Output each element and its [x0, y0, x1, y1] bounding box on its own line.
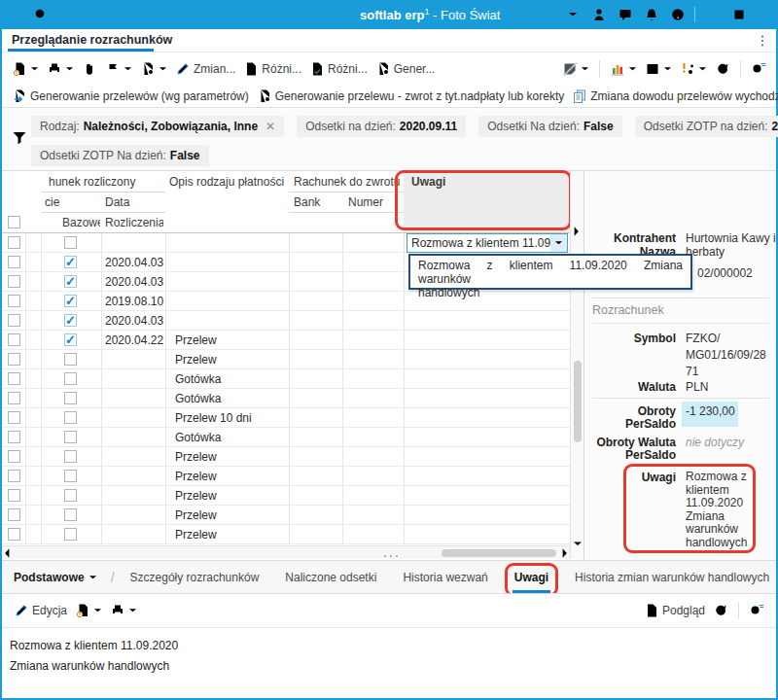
chart-button[interactable] — [606, 58, 641, 80]
bazowe-checkbox[interactable]: ✓ — [64, 256, 77, 268]
generowanie-button[interactable]: Gener... — [371, 58, 440, 80]
table-row[interactable]: Przelew — [2, 350, 570, 369]
doc-info-button[interactable] — [8, 58, 43, 80]
generowanie-przelewu-zwrot-button[interactable]: Generowanie przelewu - zwrot z tyt.nadpł… — [253, 86, 568, 107]
edycja-button[interactable]: Edycja — [10, 600, 71, 621]
table-row[interactable]: Przelew — [2, 467, 570, 486]
bazowe-checkbox[interactable] — [64, 431, 77, 443]
scroll-down-icon[interactable] — [573, 541, 583, 547]
row-select-checkbox[interactable] — [8, 353, 20, 366]
column-header-bank[interactable]: Bank — [294, 195, 338, 209]
tab-naliczone-odsetki[interactable]: Naliczone odsetki — [285, 571, 376, 584]
tab-overflow-menu-icon[interactable] — [755, 33, 770, 49]
module-tab-przegladanie[interactable]: Przeglądanie rozrachunków — [12, 33, 172, 47]
row-select-checkbox[interactable] — [8, 489, 20, 502]
settings-warning-button[interactable] — [676, 58, 711, 80]
select-all-checkbox[interactable] — [8, 216, 20, 228]
help-icon[interactable] — [664, 0, 690, 29]
filter-chip-odsetki-nadzien-false[interactable]: Odsetki Na dzień:False — [478, 116, 621, 137]
table-row[interactable]: Przelew — [2, 525, 570, 544]
bazowe-checkbox[interactable] — [64, 372, 77, 385]
row-select-checkbox[interactable] — [8, 450, 20, 463]
bazowe-checkbox[interactable]: ✓ — [64, 275, 77, 288]
column-header-uwagi[interactable]: Uwagi — [411, 175, 445, 189]
table-row[interactable]: Przelew 10 dni — [2, 408, 570, 428]
row-select-checkbox[interactable] — [8, 508, 20, 521]
scroll-right-icon[interactable] — [573, 226, 581, 237]
advanced-search-button[interactable] — [745, 600, 768, 621]
advanced-search-button[interactable] — [747, 58, 770, 80]
table-row[interactable]: Przelew — [2, 506, 570, 525]
minimize-button[interactable] — [699, 0, 725, 29]
dock-panel-button[interactable] — [641, 58, 676, 80]
uwagi-cell-combo[interactable]: Rozmowa z klientem 11.09.2020 — [407, 233, 568, 253]
row-select-checkbox[interactable] — [8, 275, 20, 288]
refresh-button[interactable] — [709, 600, 732, 621]
global-search-icon[interactable] — [27, 0, 54, 29]
bazowe-checkbox[interactable] — [64, 508, 77, 521]
tab-historia-wezwan[interactable]: Historia wezwań — [403, 571, 487, 584]
chat-icon[interactable] — [612, 0, 638, 29]
table-row[interactable]: ✓2020.04.03 — [2, 311, 570, 331]
row-select-checkbox[interactable] — [8, 431, 20, 443]
tab-szczegoly-rozrachunkow[interactable]: Szczegóły rozrachunków — [130, 571, 260, 584]
bazowe-checkbox[interactable] — [64, 353, 77, 366]
maximize-button[interactable] — [725, 0, 752, 29]
bazowe-checkbox[interactable] — [64, 489, 77, 502]
filter-chip-rodzaj[interactable]: Rodzaj:Należności, Zobowiązania, Inne✕ — [31, 116, 284, 137]
row-select-checkbox[interactable] — [8, 236, 20, 249]
row-select-checkbox[interactable] — [8, 314, 20, 327]
podglad-button[interactable]: Podgląd — [640, 600, 709, 621]
bazowe-checkbox[interactable] — [64, 450, 77, 463]
table-row[interactable]: Gotówka — [2, 389, 570, 408]
close-icon[interactable]: ✕ — [265, 120, 275, 133]
bazowe-checkbox[interactable] — [64, 470, 77, 482]
scroll-left-icon[interactable] — [3, 547, 11, 559]
hamburger-menu-icon[interactable] — [0, 0, 27, 29]
doc-info-button[interactable] — [71, 600, 106, 621]
zmiana-dowodu-button[interactable]: Zmiana dowodu przelewów wychodz... — [568, 86, 778, 107]
note-slash-button[interactable] — [558, 58, 593, 80]
bazowe-checkbox[interactable] — [64, 236, 77, 249]
splitter-handle[interactable] — [381, 553, 401, 559]
flag-button[interactable] — [101, 58, 136, 80]
user-icon[interactable] — [585, 0, 612, 29]
table-row[interactable]: Przelew — [2, 447, 570, 467]
note-content[interactable]: Rozmowa z klientem 11.09.2020 Zmiana war… — [2, 628, 776, 696]
tab-group-podstawowe[interactable]: Podstawowe — [14, 571, 97, 584]
horizontal-scroll-thumb[interactable] — [442, 549, 556, 557]
row-select-checkbox[interactable] — [8, 470, 20, 482]
column-header-numer[interactable]: Numer — [348, 195, 399, 209]
row-select-checkbox[interactable] — [8, 372, 20, 385]
column-header-opis-rodzaju-platnosci[interactable]: Opis rodzaju płatności — [169, 175, 286, 189]
tab-uwagi[interactable]: Uwagi — [514, 571, 548, 584]
bell-icon[interactable] — [638, 0, 664, 29]
row-select-checkbox[interactable] — [8, 411, 20, 424]
column-header-rachunek-do-zwrotu[interactable]: Rachunek do zwrotu — [294, 175, 401, 189]
table-row[interactable]: ✓2020.04.22Przelew — [2, 331, 570, 350]
filter-funnel-icon[interactable] — [11, 129, 28, 147]
vertical-scroll-thumb[interactable] — [574, 361, 582, 442]
bazowe-checkbox[interactable] — [64, 392, 77, 404]
row-select-checkbox[interactable] — [8, 256, 20, 268]
uwagi-dropdown-popup[interactable]: Rozmowa z klientem 11.09.2020 Zmiana war… — [408, 254, 692, 290]
close-button[interactable] — [752, 0, 778, 29]
filter-chip-odsetki-zotp-false[interactable]: Odsetki ZOTP Na dzień:False — [31, 145, 209, 166]
print-button[interactable] — [43, 58, 78, 80]
print-button[interactable] — [106, 600, 141, 621]
bazowe-checkbox[interactable] — [64, 528, 77, 541]
filter-chip-odsetki-zotp-na-dzien[interactable]: Odsetki ZOTP na dzień:2020.09.11 — [635, 116, 778, 137]
column-header-cie[interactable]: cie — [45, 195, 98, 209]
generowanie-przelewow-button[interactable]: Generowanie przelewów (wg parametrów) — [8, 86, 253, 107]
row-select-checkbox[interactable] — [8, 528, 20, 541]
table-row[interactable]: Przelew — [2, 486, 570, 506]
table-row[interactable]: Gotówka — [2, 428, 570, 447]
table-row[interactable]: Gotówka — [2, 369, 570, 389]
row-select-checkbox[interactable] — [8, 295, 20, 307]
bazowe-checkbox[interactable]: ✓ — [64, 295, 77, 307]
row-select-checkbox[interactable] — [8, 392, 20, 404]
chevron-down-icon[interactable] — [550, 234, 567, 252]
zmiana-button[interactable]: Zmian... — [171, 58, 239, 80]
tab-historia-zmian[interactable]: Historia zmian warunków handlowych — [575, 571, 769, 584]
bazowe-checkbox[interactable]: ✓ — [64, 314, 77, 327]
